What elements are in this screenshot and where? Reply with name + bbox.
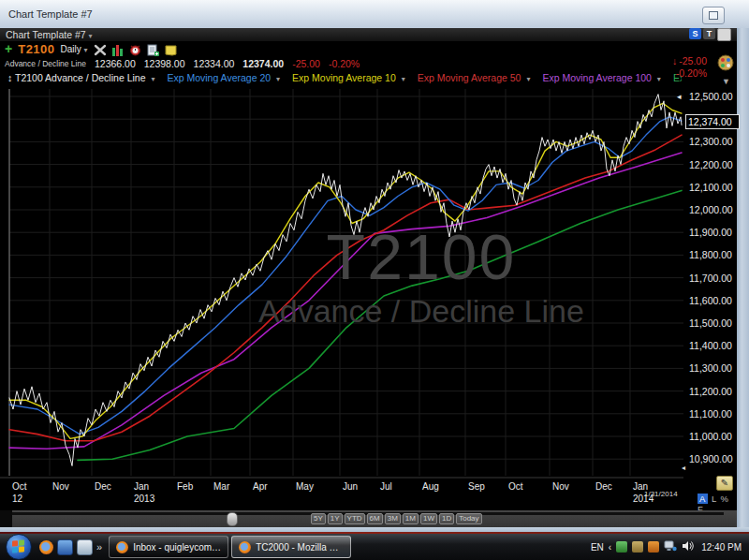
- period-button-1w[interactable]: 1W: [420, 513, 437, 524]
- chart-scrollbar[interactable]: 5Y1YYTD6M3M1M1W1DToday: [0, 510, 737, 527]
- y-axis-label: 11,700.00: [689, 273, 738, 284]
- firefox-icon: [116, 541, 128, 553]
- y-axis-label: 11,100.00: [689, 408, 738, 420]
- window-title: Chart Template #7: [8, 8, 93, 20]
- chevron-down-icon[interactable]: ▼: [722, 77, 730, 86]
- legend-row: ↕ T2100 Advance / Decline Line ▾Exp Movi…: [0, 70, 682, 85]
- tc2000-tray-icon[interactable]: [616, 541, 627, 553]
- legend-item[interactable]: Exp Moving Average 10 ▾: [292, 72, 405, 83]
- y-axis-label: 11,200.00: [689, 386, 738, 397]
- tools-icon[interactable]: [94, 43, 107, 55]
- y-axis-label: 11,500.00: [689, 317, 738, 329]
- end-date-label: 1/31/2014: [644, 490, 678, 498]
- y-axis-label: 11,400.00: [689, 340, 738, 351]
- y-axis-label: 11,900.00: [689, 227, 738, 238]
- template-badge[interactable]: T: [703, 28, 715, 39]
- period-button-ytd[interactable]: YTD: [345, 513, 365, 524]
- alarm-icon[interactable]: [129, 43, 141, 55]
- window-right-border: [737, 28, 749, 527]
- start-button[interactable]: [6, 534, 32, 560]
- x-axis-label: Dec: [95, 481, 111, 492]
- price-plot: [0, 85, 737, 510]
- period-button-5y[interactable]: 5Y: [311, 513, 326, 524]
- chart-columns-icon[interactable]: [112, 43, 124, 55]
- template-menubar: Chart Template #7 ▾ S T: [0, 28, 737, 41]
- x-axis-sublabel: 2013: [134, 494, 154, 504]
- taskbar: » Inbox - quigleycomp...TC2000 - Mozilla…: [0, 534, 749, 560]
- app-tray-icon2[interactable]: [648, 541, 659, 553]
- quote-low: 12334.00: [194, 58, 235, 69]
- quote-last: 12374.00: [242, 58, 284, 69]
- x-axis-label: Jan: [134, 481, 149, 492]
- legend-item[interactable]: Exp Moving Average 50 ▾: [418, 72, 531, 83]
- tray-expand-chevron[interactable]: ‹: [609, 542, 611, 553]
- explorer-icon[interactable]: [57, 539, 73, 555]
- period-button-today[interactable]: Today: [456, 513, 481, 524]
- legend-item[interactable]: ↕ T2100 Advance / Decline Line ▾: [7, 72, 154, 83]
- legend-item[interactable]: Exp Moving Average 100 ▾: [542, 72, 660, 83]
- language-indicator[interactable]: EN: [591, 542, 604, 553]
- restore-icon: [709, 11, 718, 20]
- axis-tool-%[interactable]: %: [721, 494, 729, 504]
- x-axis-sublabel: 12: [12, 494, 22, 504]
- show-desktop-icon[interactable]: [77, 539, 93, 555]
- palette-icon[interactable]: [717, 54, 734, 75]
- y-axis-label: 12,100.00: [689, 182, 738, 193]
- y-axis-label: 12,300.00: [689, 136, 738, 147]
- axis-tool-L[interactable]: L: [712, 494, 717, 504]
- period-button-1d[interactable]: 1D: [439, 513, 454, 524]
- taskbar-button[interactable]: TC2000 - Mozilla Fire...: [231, 536, 351, 558]
- window-titlebar: Chart Template #7: [0, 0, 749, 29]
- restore-window-button[interactable]: [702, 7, 725, 24]
- period-button-3m[interactable]: 3M: [385, 513, 401, 524]
- page-badge[interactable]: [717, 28, 731, 41]
- volume-icon[interactable]: [682, 540, 694, 553]
- y-axis-label: 10,900.00: [689, 453, 738, 464]
- x-axis-label: Jul: [380, 481, 392, 492]
- period-buttons: 5Y1YYTD6M3M1M1W1DToday: [311, 513, 482, 524]
- scrollbar-left-cap: [0, 510, 12, 527]
- firefox-icon[interactable]: [39, 540, 53, 554]
- scan-badge[interactable]: S: [689, 28, 701, 39]
- x-axis-label: Oct: [12, 481, 27, 492]
- x-axis-label: Apr: [253, 481, 268, 492]
- symbol-label[interactable]: T2100: [18, 42, 54, 56]
- chart-toolbar: + T2100 Daily ▾: [0, 41, 742, 56]
- report-icon[interactable]: [147, 43, 159, 55]
- period-button-1y[interactable]: 1Y: [328, 513, 343, 524]
- change-block: ↓-25.00 -0.20%: [672, 55, 707, 80]
- period-dropdown[interactable]: Daily ▾: [61, 44, 88, 54]
- clock[interactable]: 12:40 PM: [701, 542, 742, 553]
- template-selector[interactable]: Chart Template #7 ▾: [6, 29, 93, 40]
- x-axis-label: May: [296, 481, 314, 492]
- axis-tool-A[interactable]: A: [698, 494, 708, 504]
- y-axis-label: 11,300.00: [689, 362, 738, 374]
- x-axis-label: Jun: [343, 481, 358, 492]
- x-axis-label: Nov: [552, 481, 569, 492]
- pencil-icon[interactable]: ✎: [716, 476, 733, 491]
- y-axis-label: 11,600.00: [689, 295, 738, 306]
- sticky-note-icon[interactable]: [165, 43, 177, 55]
- chart-area[interactable]: T2100 Advance / Decline Line 12,500.0012…: [0, 85, 737, 510]
- chevron-down-icon: ▾: [89, 32, 93, 40]
- taskbar-button[interactable]: Inbox - quigleycomp...: [109, 536, 228, 558]
- x-axis-label: Aug: [422, 481, 439, 492]
- period-button-6m[interactable]: 6M: [367, 513, 383, 524]
- quote-change: -25.00: [292, 58, 320, 69]
- quote-open: 12366.00: [95, 58, 136, 69]
- last-price-tag: 12,374.00: [685, 114, 740, 129]
- app-tray-icon[interactable]: [632, 541, 643, 553]
- chevron-down-icon: ▾: [84, 46, 88, 54]
- x-axis-label: Feb: [177, 481, 193, 492]
- period-button-1m[interactable]: 1M: [403, 513, 419, 524]
- x-axis-label: Nov: [52, 481, 69, 492]
- network-icon[interactable]: [664, 540, 677, 553]
- add-symbol-button[interactable]: +: [5, 42, 12, 55]
- legend-item[interactable]: Exp Moving Average 20 ▾: [167, 72, 280, 83]
- system-tray: EN ‹ 12:40 PM: [591, 540, 749, 553]
- x-axis-label: Mar: [213, 481, 229, 492]
- overflow-chevron[interactable]: »: [96, 541, 102, 553]
- indicator-name: Advance / Decline Line: [5, 59, 86, 68]
- quick-launch: [39, 539, 93, 555]
- scrollbar-thumb[interactable]: [227, 512, 238, 526]
